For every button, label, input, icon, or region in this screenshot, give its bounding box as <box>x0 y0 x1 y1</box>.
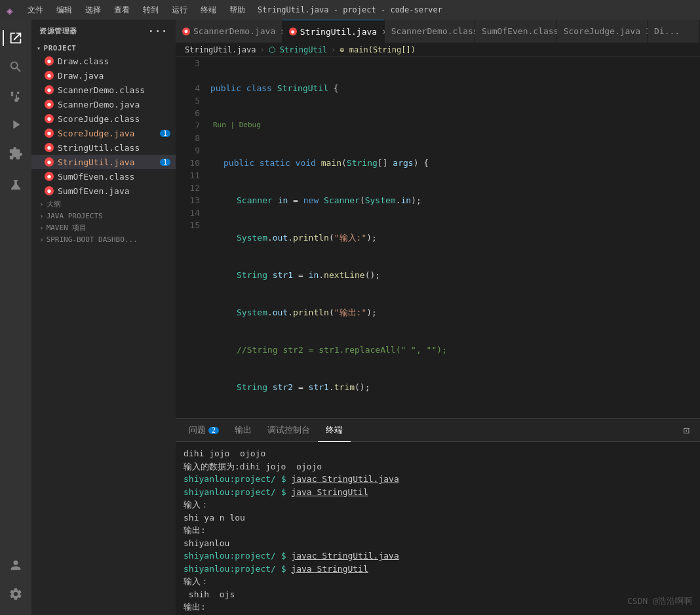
file-item-draw-class[interactable]: ● Draw.class <box>31 54 176 68</box>
file-item-scannerdemo-java[interactable]: ● ScannerDemo.java <box>31 97 176 111</box>
activity-bar-bottom <box>3 552 29 615</box>
panel-tab-problems[interactable]: 问题 2 <box>181 419 227 442</box>
panel-tab-terminal[interactable]: 终端 <box>318 419 351 442</box>
section-label: JAVA PROJECTS <box>47 212 103 220</box>
file-item-scorejudge-class[interactable]: ● ScoreJudge.class <box>31 111 176 126</box>
chevron-right-icon: › <box>39 200 44 208</box>
tree-section-spring-boot[interactable]: › SPRING-BOOT DASHBO... <box>31 234 176 245</box>
error-indicator: ● <box>45 172 54 181</box>
test-activity-icon[interactable] <box>3 172 29 198</box>
section-label: PROJECT <box>44 44 77 52</box>
tab-sumofeven-class[interactable]: SumOfEven.class <box>475 20 557 43</box>
menu-item-查看[interactable]: 查看 <box>109 3 135 17</box>
terminal-line: shi ya n lou <box>184 511 692 525</box>
error-badge: 1 <box>160 130 170 137</box>
tab-label: ScannerDemo.java <box>193 26 275 36</box>
terminal-line: shiyanlou:project/ $ java StringUtil <box>184 486 692 499</box>
file-item-draw-java[interactable]: ● Draw.java <box>31 68 176 83</box>
breadcrumb-method: ⊕ main(String[]) <box>340 45 416 54</box>
file-name: StringUtil.java <box>58 157 160 167</box>
file-item-sumofeven-class[interactable]: ● SumOfEven.class <box>31 169 176 184</box>
accounts-activity-icon[interactable] <box>3 552 29 578</box>
window-title: StringUtil.java - project - code-server <box>258 5 442 14</box>
terminal-line: shiyanlou:project/ $ javac StringUtil.ja… <box>184 473 692 486</box>
code-line-10: String str2 = str1.trim(); <box>210 381 695 393</box>
menu-item-帮助[interactable]: 帮助 <box>224 3 250 17</box>
tree-section-maven[interactable]: › MAVEN 项目 <box>31 222 176 234</box>
file-item-sumofeven-java[interactable]: ● SumOfEven.java <box>31 184 176 198</box>
tab-stringutil-java[interactable]: ● StringUtil.java × <box>282 20 385 43</box>
terminal-line: 输入的数据为:dihi jojo ojojo <box>184 460 692 473</box>
tab-error-indicator: ● <box>289 28 297 35</box>
tab-bar: ● ScannerDemo.java × ● StringUtil.java ×… <box>176 20 700 43</box>
tab-label: SumOfEven.class <box>482 26 558 36</box>
error-indicator: ● <box>45 71 54 80</box>
code-line-4: public static void main(String[] args) { <box>210 157 695 169</box>
menu-item-编辑[interactable]: 编辑 <box>51 3 77 17</box>
menu-item-选择[interactable]: 选择 <box>80 3 106 17</box>
breadcrumb-separator: › <box>260 45 264 54</box>
panel-tab-output[interactable]: 输出 <box>227 419 260 442</box>
sidebar-header: 资源管理器 ··· <box>31 20 176 43</box>
terminal-line: 输出: <box>184 524 692 537</box>
app-logo: ◈ <box>7 5 17 15</box>
tree-section-project[interactable]: ▾ PROJECT <box>31 43 176 54</box>
section-label: SPRING-BOOT DASHBO... <box>47 235 138 244</box>
tab-scannerdemo-java[interactable]: ● ScannerDemo.java × <box>176 20 282 43</box>
terminal-command: java StringUtil <box>291 487 368 497</box>
menu-item-文件[interactable]: 文件 <box>22 3 49 17</box>
search-activity-icon[interactable] <box>3 54 29 80</box>
panel-tab-label: 输出 <box>235 424 252 436</box>
breadcrumb-class: ⬡ StringUtil <box>269 45 327 54</box>
breadcrumb: StringUtil.java › ⬡ StringUtil › ⊕ main(… <box>176 43 700 57</box>
tree-section-outline[interactable]: › 大纲 <box>31 198 176 210</box>
breadcrumb-separator: › <box>331 45 336 54</box>
menu-item-运行[interactable]: 运行 <box>166 3 193 17</box>
file-name: Draw.java <box>58 71 170 81</box>
code-line-3: public class StringUtil { <box>210 82 695 94</box>
error-indicator: ● <box>45 157 54 167</box>
error-indicator: ● <box>45 186 54 195</box>
error-indicator: ● <box>45 143 54 152</box>
terminal-prompt: shiyanlou:project/ $ <box>184 474 291 484</box>
terminal-line: shih ojs <box>184 588 692 601</box>
terminal-line: shiyanlou:project/ $ javac StringUtil.ja… <box>184 549 692 563</box>
sidebar-more-button[interactable]: ··· <box>148 25 168 37</box>
code-line-6: System.out.println("输入:"); <box>210 231 695 244</box>
settings-activity-icon[interactable] <box>3 581 29 607</box>
file-name: ScannerDemo.java <box>58 100 170 109</box>
extensions-activity-icon[interactable] <box>3 140 29 167</box>
tab-label: ScoreJudge.java 1 <box>564 26 651 36</box>
code-editor[interactable]: 3 4 5 6 7 8 9 10 11 12 13 14 15 <box>176 57 700 418</box>
run-activity-icon[interactable] <box>3 111 29 138</box>
panel-tab-debug-console[interactable]: 调试控制台 <box>260 419 318 442</box>
source-control-activity-icon[interactable] <box>3 83 29 109</box>
file-item-scorejudge-java[interactable]: ● ScoreJudge.java 1 <box>31 126 176 140</box>
panel-tab-label: 终端 <box>326 424 343 436</box>
error-indicator: ● <box>45 85 54 94</box>
tab-di[interactable]: Di... <box>648 20 700 43</box>
tab-scannerdemo-class[interactable]: ScannerDemo.class <box>385 20 475 43</box>
file-item-stringutil-java[interactable]: ● StringUtil.java 1 <box>31 155 176 169</box>
terminal-line: 输入： <box>184 498 692 511</box>
tree-section-java-projects[interactable]: › JAVA PROJECTS <box>31 210 176 222</box>
file-name: ScoreJudge.java <box>58 129 160 138</box>
sidebar-title: 资源管理器 <box>39 26 77 36</box>
tab-scorejudge-java[interactable]: ScoreJudge.java 1 <box>557 20 648 43</box>
panel-content[interactable]: dihi jojo ojojo 输入的数据为:dihi jojo ojojo s… <box>176 442 700 615</box>
section-label: MAVEN 项目 <box>47 223 87 233</box>
menu-item-终端[interactable]: 终端 <box>195 3 222 17</box>
terminal-line: 输出: <box>184 601 692 614</box>
code-line-7: String str1 = in.nextLine(); <box>210 269 695 281</box>
panel-maximize-button[interactable]: ⊡ <box>678 424 695 437</box>
file-item-scannerdemo-class[interactable]: ● ScannerDemo.class <box>31 83 176 97</box>
sidebar: 资源管理器 ··· ▾ PROJECT ● Draw.class ● Draw.… <box>31 20 176 615</box>
menu-item-转到[interactable]: 转到 <box>138 3 164 17</box>
terminal-prompt: shiyanlou:project/ $ <box>184 487 291 497</box>
terminal-line: 输入： <box>184 575 692 588</box>
file-tree: ▾ PROJECT ● Draw.class ● Draw.java ● Sca… <box>31 43 176 615</box>
explorer-activity-icon[interactable] <box>3 25 29 51</box>
file-item-stringutil-class[interactable]: ● StringUtil.class <box>31 140 176 155</box>
breadcrumb-file: StringUtil.java <box>185 45 256 54</box>
file-name: Draw.class <box>58 56 170 66</box>
